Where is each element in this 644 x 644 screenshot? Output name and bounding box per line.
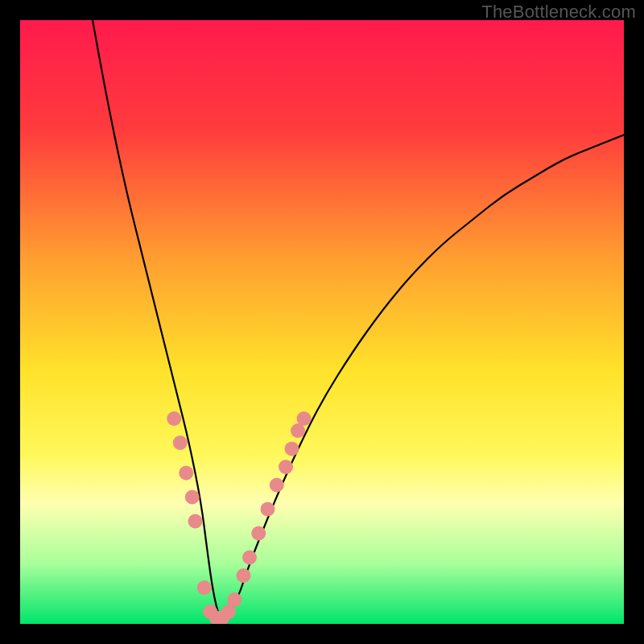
marker-dot xyxy=(242,551,257,565)
marker-dot xyxy=(188,514,203,529)
marker-dot xyxy=(197,580,212,595)
marker-dot xyxy=(237,568,251,583)
marker-dot xyxy=(297,411,312,426)
gradient-background xyxy=(20,20,624,624)
marker-dot xyxy=(227,592,242,607)
watermark-text: TheBottleneck.com xyxy=(481,2,636,23)
marker-dot xyxy=(179,466,193,481)
chart-frame: TheBottleneck.com xyxy=(0,0,644,644)
marker-dot xyxy=(270,478,284,493)
marker-dot xyxy=(185,490,200,505)
marker-dot xyxy=(261,502,275,517)
plot-area xyxy=(20,20,624,624)
marker-dot xyxy=(173,436,188,450)
marker-dot xyxy=(279,460,293,474)
marker-dot xyxy=(285,442,299,456)
marker-dot xyxy=(251,526,266,541)
marker-dot xyxy=(167,411,181,426)
chart-svg xyxy=(20,20,624,624)
